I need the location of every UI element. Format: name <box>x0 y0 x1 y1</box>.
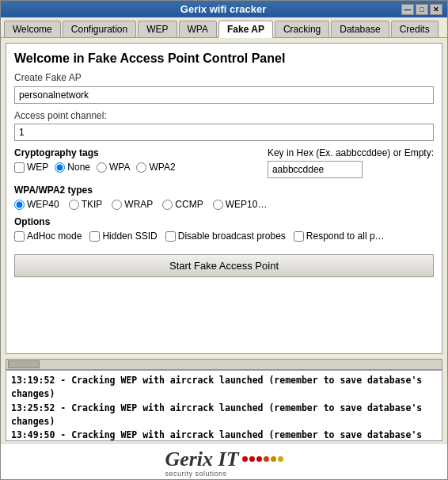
wpa-tkip[interactable]: TKIP <box>69 199 103 210</box>
panel-title: Welcome in Fake Access Point Control Pan… <box>14 51 434 66</box>
create-label: Create Fake AP <box>14 72 434 83</box>
wpa-ccmp-radio[interactable] <box>162 200 173 210</box>
logo-main-row: Gerix IT <box>165 448 283 471</box>
log-line-0: 13:19:52 - Cracking WEP with aircrack la… <box>11 374 437 402</box>
wpa-section: WPA/WPA2 types WEP40 TKIP WRAP <box>14 185 434 210</box>
adhoc-label: AdHoc mode <box>27 230 82 242</box>
wpa-wrap[interactable]: WRAP <box>112 199 153 210</box>
crypto-right: Key in Hex (Ex. aabbccddee) or Empty: <box>268 147 434 178</box>
tab-configuration[interactable]: Configuration <box>63 21 136 37</box>
wpa-wep40-radio[interactable] <box>14 200 25 210</box>
log-line-1: 13:25:52 - Cracking WEP with aircrack la… <box>11 402 437 429</box>
hex-input[interactable] <box>268 161 363 178</box>
panel-hscrollbar[interactable] <box>6 359 442 370</box>
tab-bar: Welcome Configuration WEP WPA Fake AP Cr… <box>1 17 447 38</box>
adhoc-check[interactable] <box>14 231 25 242</box>
hscroll-thumb[interactable] <box>8 360 40 368</box>
options-section: Options AdHoc mode Hidden SSID Disable b… <box>14 216 434 242</box>
wpa-tkip-label: TKIP <box>82 199 103 210</box>
logo-dot-2 <box>249 456 255 462</box>
logo-dot-5 <box>271 456 276 462</box>
main-content: Welcome in Fake Access Point Control Pan… <box>1 38 447 479</box>
crypto-none-label: None <box>67 162 90 173</box>
fake-ap-panel: Welcome in Fake Access Point Control Pan… <box>6 43 442 354</box>
logo-dot-4 <box>264 456 269 462</box>
tab-wpa[interactable]: WPA <box>179 21 217 37</box>
wpa-wrap-label: WRAP <box>124 199 153 210</box>
crypto-wpa2-radio[interactable] <box>136 162 146 173</box>
wpa-wep104-radio[interactable] <box>213 200 223 210</box>
crypto-left: Cryptography tags WEP None WPA <box>14 147 260 173</box>
maximize-button[interactable]: □ <box>416 4 428 15</box>
log-area: 13:19:52 - Cracking WEP with aircrack la… <box>6 370 442 441</box>
window-title: Gerix wifi cracker <box>45 3 401 15</box>
tab-database[interactable]: Database <box>331 21 389 37</box>
tab-cracking[interactable]: Cracking <box>275 21 329 37</box>
start-fake-ap-button[interactable]: Start Fake Access Point <box>14 254 434 277</box>
channel-input[interactable] <box>14 124 434 141</box>
logo-dot-1 <box>242 456 248 462</box>
channel-label: Access point channel: <box>14 110 434 121</box>
window-controls: — □ ✕ <box>401 4 442 15</box>
respond-check[interactable] <box>294 231 304 242</box>
wpa-wep104-label: WEP10… <box>226 199 268 210</box>
wpa-ccmp-label: CCMP <box>175 199 203 210</box>
wpa-title: WPA/WPA2 types <box>14 185 434 196</box>
crypto-wpa-radio[interactable] <box>97 162 107 173</box>
wpa-ccmp[interactable]: CCMP <box>162 199 203 210</box>
wpa-wep40[interactable]: WEP40 <box>14 199 59 210</box>
tab-fake-ap[interactable]: Fake AP <box>218 21 273 38</box>
ssid-input[interactable] <box>14 86 434 104</box>
footer: Gerix IT security solutions <box>1 443 447 479</box>
crypto-wep-label: WEP <box>27 162 48 173</box>
option-hidden[interactable]: Hidden SSID <box>89 230 157 242</box>
crypto-none-radio[interactable] <box>55 162 65 173</box>
crypto-wpa[interactable]: WPA <box>97 162 130 173</box>
log-line-2: 13:49:50 - Cracking WEP with aircrack la… <box>11 429 437 441</box>
main-window: Gerix wifi cracker — □ ✕ Welcome Configu… <box>0 0 448 480</box>
broadcast-label: Disable broadcast probes <box>178 230 286 242</box>
respond-label: Respond to all p… <box>306 230 385 242</box>
logo-gerix: Gerix IT <box>165 448 238 471</box>
titlebar: Gerix wifi cracker — □ ✕ <box>1 1 447 17</box>
crypto-wep[interactable]: WEP <box>14 162 48 173</box>
wpa-tkip-radio[interactable] <box>69 200 79 210</box>
crypto-none[interactable]: None <box>55 162 90 173</box>
tab-credits[interactable]: Credits <box>391 21 439 37</box>
crypto-radio-group: WEP None WPA WPA2 <box>14 162 260 173</box>
option-broadcast[interactable]: Disable broadcast probes <box>165 230 286 242</box>
crypto-wpa2[interactable]: WPA2 <box>136 162 175 173</box>
logo-dot-6 <box>278 456 283 462</box>
logo-wrapper: Gerix IT security solutions <box>165 448 283 478</box>
tab-welcome[interactable]: Welcome <box>4 21 61 37</box>
options-row: AdHoc mode Hidden SSID Disable broadcast… <box>14 230 434 242</box>
option-respond[interactable]: Respond to all p… <box>294 230 385 242</box>
crypto-row: Cryptography tags WEP None WPA <box>14 147 434 178</box>
broadcast-check[interactable] <box>165 231 176 242</box>
minimize-button[interactable]: — <box>401 4 414 15</box>
wpa-wep104[interactable]: WEP10… <box>213 199 268 210</box>
wpa-wrap-radio[interactable] <box>112 200 122 210</box>
hex-label: Key in Hex (Ex. aabbccddee) or Empty: <box>268 147 434 158</box>
hidden-label: Hidden SSID <box>102 230 157 242</box>
option-adhoc[interactable]: AdHoc mode <box>14 230 82 242</box>
logo-dots <box>242 456 283 462</box>
crypto-wpa-label: WPA <box>109 162 130 173</box>
options-title: Options <box>14 216 434 227</box>
crypto-wep-check[interactable] <box>14 162 25 173</box>
logo-dot-3 <box>256 456 262 462</box>
crypto-wpa2-label: WPA2 <box>149 162 175 173</box>
wpa-radio-row: WEP40 TKIP WRAP CCMP <box>14 199 434 210</box>
tab-wep[interactable]: WEP <box>138 21 177 37</box>
wpa-wep40-label: WEP40 <box>27 199 59 210</box>
hidden-check[interactable] <box>89 231 100 242</box>
logo-tagline: security solutions <box>165 470 226 478</box>
crypto-title: Cryptography tags <box>14 147 260 158</box>
close-button[interactable]: ✕ <box>430 4 442 15</box>
